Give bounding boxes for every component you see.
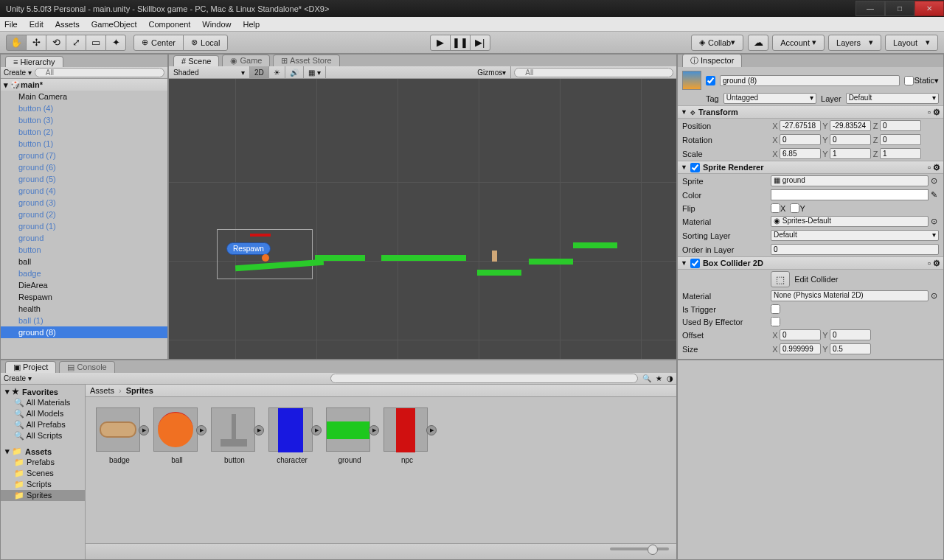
2d-toggle[interactable]: 2D: [250, 66, 269, 77]
multi-tool[interactable]: ✦: [105, 35, 126, 51]
assets-header[interactable]: ▾ 📁 Assets: [1, 446, 85, 457]
close-button[interactable]: ✕: [914, 1, 944, 16]
asset-item[interactable]: ▶ball: [153, 407, 201, 533]
fav-item[interactable]: 🔍 All Models: [1, 408, 85, 419]
gizmos-dropdown[interactable]: Gizmos ▾: [473, 66, 511, 77]
eyedropper-icon[interactable]: ✎: [929, 190, 939, 200]
flip-x-checkbox[interactable]: [771, 203, 780, 213]
physics-material-picker-icon[interactable]: ⊙: [929, 291, 939, 301]
hierarchy-item[interactable]: button (1): [1, 138, 167, 150]
box-collider-header[interactable]: ▼ Box Collider 2D▫ ⚙: [678, 256, 943, 270]
folder-item[interactable]: 📁 Scripts: [1, 479, 85, 490]
expand-icon[interactable]: ▶: [369, 425, 379, 435]
console-tab[interactable]: ▤ Console: [59, 361, 114, 373]
hierarchy-item[interactable]: Main Camera: [1, 91, 167, 102]
pivot-local[interactable]: ⊗ Local: [183, 35, 228, 51]
folder-item[interactable]: 📁 Prefabs: [1, 457, 85, 468]
hierarchy-item[interactable]: ground (4): [1, 185, 167, 197]
project-tab[interactable]: ▣ Project: [5, 361, 56, 373]
rot-y-input[interactable]: [830, 134, 871, 145]
hidden-filter-icon[interactable]: ◑: [667, 374, 673, 382]
sprite-field[interactable]: ▦ ground: [771, 175, 929, 186]
folder-item-sprites[interactable]: 📁 Sprites: [1, 490, 85, 501]
asset-item[interactable]: ▶ground: [326, 407, 373, 533]
is-trigger-checkbox[interactable]: [771, 304, 780, 314]
info-foldout[interactable]: Info: [690, 357, 704, 359]
color-field[interactable]: [771, 189, 929, 200]
sprite-picker-icon[interactable]: ⊙: [929, 176, 939, 186]
flip-y-checkbox[interactable]: [790, 203, 799, 213]
pause-button[interactable]: ❚❚: [450, 35, 471, 51]
rot-z-input[interactable]: [880, 134, 921, 145]
breadcrumb-item[interactable]: Assets: [90, 386, 114, 395]
hierarchy-item[interactable]: ground (2): [1, 209, 167, 220]
sprite-renderer-header[interactable]: ▼ Sprite Renderer▫ ⚙: [678, 161, 943, 174]
scene-tab[interactable]: # Scene: [173, 55, 219, 66]
layers-dropdown[interactable]: Layers ▾: [828, 35, 881, 51]
expand-icon[interactable]: ▶: [426, 425, 437, 435]
gameobject-name-input[interactable]: [720, 75, 900, 86]
hierarchy-item[interactable]: ground (6): [1, 161, 167, 173]
collab-dropdown[interactable]: ◈ Collab ▾: [691, 35, 743, 51]
hierarchy-item[interactable]: Respawn: [1, 291, 167, 303]
static-checkbox[interactable]: [904, 76, 914, 85]
play-button[interactable]: ▶: [430, 35, 451, 51]
hierarchy-search[interactable]: [35, 68, 164, 77]
folder-item[interactable]: 📁 Scenes: [1, 468, 85, 479]
offset-y-input[interactable]: [830, 329, 871, 340]
asset-item[interactable]: ▶npc: [384, 407, 431, 533]
material-picker-icon[interactable]: ⊙: [929, 217, 939, 226]
rot-x-input[interactable]: [780, 134, 821, 145]
menu-component[interactable]: Component: [148, 20, 190, 29]
menu-file[interactable]: File: [4, 20, 18, 29]
size-x-input[interactable]: [780, 343, 821, 354]
expand-icon[interactable]: ▶: [254, 425, 264, 435]
hierarchy-item[interactable]: ground (5): [1, 173, 167, 185]
hierarchy-item[interactable]: badge: [1, 267, 167, 279]
hierarchy-item[interactable]: ground (8): [1, 326, 167, 338]
sorting-layer-dropdown[interactable]: Default▾: [771, 230, 939, 241]
scene-viewport[interactable]: Respawn: [169, 79, 676, 359]
inspector-tab[interactable]: ⓘ Inspector: [682, 54, 742, 67]
menu-help[interactable]: Help: [243, 20, 260, 29]
hierarchy-item[interactable]: button: [1, 244, 167, 256]
expand-icon[interactable]: ▶: [196, 425, 206, 435]
fav-item[interactable]: 🔍 All Prefabs: [1, 419, 85, 430]
menu-window[interactable]: Window: [202, 20, 231, 29]
scene-search[interactable]: [514, 68, 673, 77]
hierarchy-item[interactable]: DieArea: [1, 279, 167, 291]
project-create[interactable]: Create ▾: [4, 374, 32, 382]
material-field[interactable]: ◉ Sprites-Default: [771, 216, 929, 227]
favorites-header[interactable]: ▾ ★ Favorites: [1, 386, 85, 397]
layout-dropdown[interactable]: Layout ▾: [885, 35, 938, 51]
transform-header[interactable]: ▼⟐ Transform▫ ⚙: [678, 105, 943, 119]
hierarchy-item[interactable]: ground (1): [1, 220, 167, 232]
shading-dropdown[interactable]: Shaded ▾: [169, 66, 250, 77]
gameobject-enabled[interactable]: [706, 76, 715, 85]
hierarchy-item[interactable]: ball: [1, 256, 167, 267]
scl-y-input[interactable]: [830, 148, 871, 159]
hierarchy-item[interactable]: button (2): [1, 126, 167, 138]
asset-store-tab[interactable]: ⊞ Asset Store: [273, 55, 339, 66]
move-tool[interactable]: ✢: [26, 35, 46, 51]
scale-tool[interactable]: ⤢: [66, 35, 86, 51]
used-by-effector-checkbox[interactable]: [771, 317, 780, 326]
menu-edit[interactable]: Edit: [30, 20, 44, 29]
favorite-filter-icon[interactable]: ★: [656, 374, 662, 382]
hierarchy-item[interactable]: health: [1, 303, 167, 315]
expand-icon[interactable]: ▶: [139, 425, 149, 435]
hand-tool[interactable]: ✋: [6, 35, 27, 51]
step-button[interactable]: ▶|: [470, 35, 490, 51]
account-dropdown[interactable]: Account ▾: [772, 35, 825, 51]
project-search[interactable]: [330, 374, 638, 383]
fav-item[interactable]: 🔍 All Scripts: [1, 430, 85, 441]
search-filter-icon[interactable]: 🔍: [642, 374, 651, 382]
asset-item[interactable]: ▶button: [211, 407, 258, 533]
layer-dropdown[interactable]: Default▾: [846, 93, 939, 104]
pivot-center[interactable]: ⊕ Center: [133, 35, 184, 51]
pos-z-input[interactable]: [880, 120, 921, 131]
hierarchy-item[interactable]: ball (1): [1, 315, 167, 326]
menu-assets[interactable]: Assets: [55, 20, 80, 29]
tag-dropdown[interactable]: Untagged▾: [723, 93, 816, 104]
pos-x-input[interactable]: [780, 120, 821, 131]
